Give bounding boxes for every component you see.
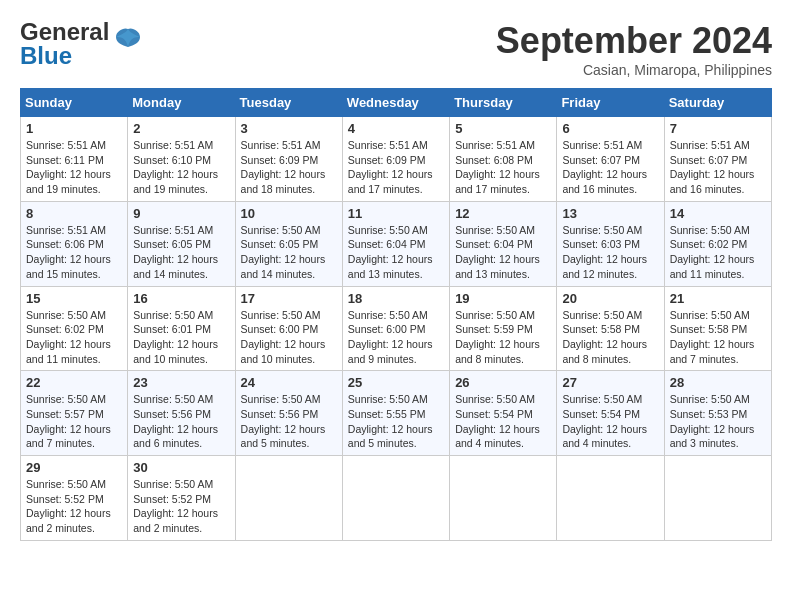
calendar-cell: 8 Sunrise: 5:51 AM Sunset: 6:06 PM Dayli… bbox=[21, 201, 128, 286]
day-number: 23 bbox=[133, 375, 229, 390]
title-block: September 2024 Casian, Mimaropa, Philipp… bbox=[496, 20, 772, 78]
day-number: 24 bbox=[241, 375, 337, 390]
calendar-cell: 21 Sunrise: 5:50 AM Sunset: 5:58 PM Dayl… bbox=[664, 286, 771, 371]
logo-general: General bbox=[20, 18, 109, 45]
day-info: Sunrise: 5:50 AM Sunset: 5:53 PM Dayligh… bbox=[670, 392, 766, 451]
calendar-cell bbox=[235, 456, 342, 541]
day-number: 10 bbox=[241, 206, 337, 221]
day-number: 17 bbox=[241, 291, 337, 306]
calendar-cell: 16 Sunrise: 5:50 AM Sunset: 6:01 PM Dayl… bbox=[128, 286, 235, 371]
col-friday: Friday bbox=[557, 89, 664, 117]
calendar-header-row: Sunday Monday Tuesday Wednesday Thursday… bbox=[21, 89, 772, 117]
calendar-cell: 17 Sunrise: 5:50 AM Sunset: 6:00 PM Dayl… bbox=[235, 286, 342, 371]
calendar-cell: 1 Sunrise: 5:51 AM Sunset: 6:11 PM Dayli… bbox=[21, 117, 128, 202]
day-info: Sunrise: 5:51 AM Sunset: 6:09 PM Dayligh… bbox=[348, 138, 444, 197]
calendar-cell bbox=[450, 456, 557, 541]
day-number: 1 bbox=[26, 121, 122, 136]
day-number: 12 bbox=[455, 206, 551, 221]
day-info: Sunrise: 5:50 AM Sunset: 5:56 PM Dayligh… bbox=[241, 392, 337, 451]
day-info: Sunrise: 5:51 AM Sunset: 6:06 PM Dayligh… bbox=[26, 223, 122, 282]
calendar-cell: 23 Sunrise: 5:50 AM Sunset: 5:56 PM Dayl… bbox=[128, 371, 235, 456]
day-info: Sunrise: 5:50 AM Sunset: 5:54 PM Dayligh… bbox=[455, 392, 551, 451]
calendar-cell: 19 Sunrise: 5:50 AM Sunset: 5:59 PM Dayl… bbox=[450, 286, 557, 371]
day-number: 5 bbox=[455, 121, 551, 136]
day-info: Sunrise: 5:51 AM Sunset: 6:07 PM Dayligh… bbox=[562, 138, 658, 197]
col-tuesday: Tuesday bbox=[235, 89, 342, 117]
calendar-cell: 18 Sunrise: 5:50 AM Sunset: 6:00 PM Dayl… bbox=[342, 286, 449, 371]
calendar-cell: 6 Sunrise: 5:51 AM Sunset: 6:07 PM Dayli… bbox=[557, 117, 664, 202]
day-info: Sunrise: 5:51 AM Sunset: 6:11 PM Dayligh… bbox=[26, 138, 122, 197]
day-number: 28 bbox=[670, 375, 766, 390]
calendar-cell: 27 Sunrise: 5:50 AM Sunset: 5:54 PM Dayl… bbox=[557, 371, 664, 456]
day-number: 7 bbox=[670, 121, 766, 136]
calendar-cell: 24 Sunrise: 5:50 AM Sunset: 5:56 PM Dayl… bbox=[235, 371, 342, 456]
day-number: 15 bbox=[26, 291, 122, 306]
day-info: Sunrise: 5:51 AM Sunset: 6:10 PM Dayligh… bbox=[133, 138, 229, 197]
day-info: Sunrise: 5:50 AM Sunset: 5:55 PM Dayligh… bbox=[348, 392, 444, 451]
calendar-cell: 22 Sunrise: 5:50 AM Sunset: 5:57 PM Dayl… bbox=[21, 371, 128, 456]
calendar-cell: 3 Sunrise: 5:51 AM Sunset: 6:09 PM Dayli… bbox=[235, 117, 342, 202]
calendar-cell bbox=[664, 456, 771, 541]
calendar-cell: 13 Sunrise: 5:50 AM Sunset: 6:03 PM Dayl… bbox=[557, 201, 664, 286]
calendar-table: Sunday Monday Tuesday Wednesday Thursday… bbox=[20, 88, 772, 541]
calendar-cell: 20 Sunrise: 5:50 AM Sunset: 5:58 PM Dayl… bbox=[557, 286, 664, 371]
day-number: 11 bbox=[348, 206, 444, 221]
day-number: 16 bbox=[133, 291, 229, 306]
day-info: Sunrise: 5:50 AM Sunset: 5:57 PM Dayligh… bbox=[26, 392, 122, 451]
calendar-cell: 9 Sunrise: 5:51 AM Sunset: 6:05 PM Dayli… bbox=[128, 201, 235, 286]
day-number: 2 bbox=[133, 121, 229, 136]
day-number: 22 bbox=[26, 375, 122, 390]
day-info: Sunrise: 5:51 AM Sunset: 6:09 PM Dayligh… bbox=[241, 138, 337, 197]
day-info: Sunrise: 5:50 AM Sunset: 6:02 PM Dayligh… bbox=[26, 308, 122, 367]
day-info: Sunrise: 5:50 AM Sunset: 6:00 PM Dayligh… bbox=[348, 308, 444, 367]
day-number: 18 bbox=[348, 291, 444, 306]
day-info: Sunrise: 5:50 AM Sunset: 5:59 PM Dayligh… bbox=[455, 308, 551, 367]
day-number: 14 bbox=[670, 206, 766, 221]
calendar-cell: 26 Sunrise: 5:50 AM Sunset: 5:54 PM Dayl… bbox=[450, 371, 557, 456]
day-info: Sunrise: 5:50 AM Sunset: 6:03 PM Dayligh… bbox=[562, 223, 658, 282]
day-info: Sunrise: 5:51 AM Sunset: 6:05 PM Dayligh… bbox=[133, 223, 229, 282]
day-info: Sunrise: 5:50 AM Sunset: 6:00 PM Dayligh… bbox=[241, 308, 337, 367]
day-number: 8 bbox=[26, 206, 122, 221]
calendar-cell: 30 Sunrise: 5:50 AM Sunset: 5:52 PM Dayl… bbox=[128, 456, 235, 541]
day-number: 9 bbox=[133, 206, 229, 221]
location: Casian, Mimaropa, Philippines bbox=[496, 62, 772, 78]
col-wednesday: Wednesday bbox=[342, 89, 449, 117]
day-info: Sunrise: 5:50 AM Sunset: 5:58 PM Dayligh… bbox=[562, 308, 658, 367]
logo-blue: Blue bbox=[20, 42, 72, 69]
calendar-cell: 29 Sunrise: 5:50 AM Sunset: 5:52 PM Dayl… bbox=[21, 456, 128, 541]
day-number: 25 bbox=[348, 375, 444, 390]
day-info: Sunrise: 5:50 AM Sunset: 5:52 PM Dayligh… bbox=[26, 477, 122, 536]
calendar-cell: 28 Sunrise: 5:50 AM Sunset: 5:53 PM Dayl… bbox=[664, 371, 771, 456]
day-number: 29 bbox=[26, 460, 122, 475]
page-header: General Blue September 2024 Casian, Mima… bbox=[20, 20, 772, 78]
day-number: 27 bbox=[562, 375, 658, 390]
calendar-cell bbox=[557, 456, 664, 541]
calendar-cell: 25 Sunrise: 5:50 AM Sunset: 5:55 PM Dayl… bbox=[342, 371, 449, 456]
day-number: 30 bbox=[133, 460, 229, 475]
calendar-cell bbox=[342, 456, 449, 541]
day-number: 19 bbox=[455, 291, 551, 306]
calendar-week-4: 22 Sunrise: 5:50 AM Sunset: 5:57 PM Dayl… bbox=[21, 371, 772, 456]
day-info: Sunrise: 5:51 AM Sunset: 6:08 PM Dayligh… bbox=[455, 138, 551, 197]
day-info: Sunrise: 5:50 AM Sunset: 6:02 PM Dayligh… bbox=[670, 223, 766, 282]
logo-name: General Blue bbox=[20, 20, 109, 68]
calendar-cell: 7 Sunrise: 5:51 AM Sunset: 6:07 PM Dayli… bbox=[664, 117, 771, 202]
logo-bird-icon bbox=[114, 27, 142, 53]
calendar-week-2: 8 Sunrise: 5:51 AM Sunset: 6:06 PM Dayli… bbox=[21, 201, 772, 286]
col-saturday: Saturday bbox=[664, 89, 771, 117]
day-number: 26 bbox=[455, 375, 551, 390]
day-info: Sunrise: 5:50 AM Sunset: 6:04 PM Dayligh… bbox=[455, 223, 551, 282]
calendar-cell: 12 Sunrise: 5:50 AM Sunset: 6:04 PM Dayl… bbox=[450, 201, 557, 286]
day-number: 6 bbox=[562, 121, 658, 136]
calendar-cell: 4 Sunrise: 5:51 AM Sunset: 6:09 PM Dayli… bbox=[342, 117, 449, 202]
day-number: 13 bbox=[562, 206, 658, 221]
calendar-cell: 5 Sunrise: 5:51 AM Sunset: 6:08 PM Dayli… bbox=[450, 117, 557, 202]
day-number: 4 bbox=[348, 121, 444, 136]
col-sunday: Sunday bbox=[21, 89, 128, 117]
day-info: Sunrise: 5:50 AM Sunset: 5:56 PM Dayligh… bbox=[133, 392, 229, 451]
calendar-cell: 15 Sunrise: 5:50 AM Sunset: 6:02 PM Dayl… bbox=[21, 286, 128, 371]
day-info: Sunrise: 5:50 AM Sunset: 6:01 PM Dayligh… bbox=[133, 308, 229, 367]
logo: General Blue bbox=[20, 20, 142, 68]
month-title: September 2024 bbox=[496, 20, 772, 62]
